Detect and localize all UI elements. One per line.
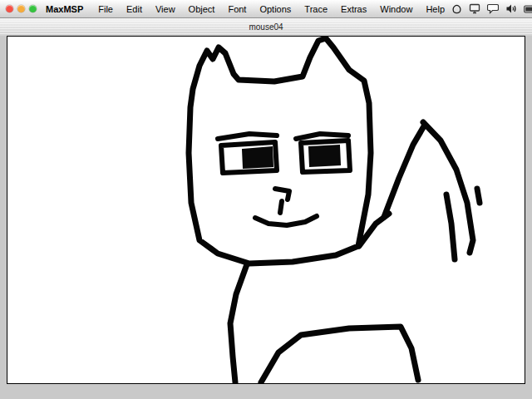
cat-left-pupil [243, 147, 273, 168]
menu-edit[interactable]: Edit [120, 4, 149, 14]
cat-mouth [255, 216, 317, 225]
battery-icon [524, 5, 532, 13]
menu-bar: MaxMSP File Edit View Object Font Option… [0, 0, 532, 18]
menu-bar-status-area: (100%) 10:53 [451, 3, 532, 14]
cat-right-eyebrow [296, 134, 348, 139]
cat-left-eyebrow [218, 134, 277, 139]
cat-nose-line [280, 201, 282, 213]
window-title-bar[interactable]: mouse04 [0, 18, 532, 36]
app-menu-maxmsp[interactable]: MaxMSP [44, 4, 91, 14]
displays-icon[interactable] [469, 3, 480, 14]
cat-nose [275, 189, 289, 200]
cat-tail-right-edge [423, 122, 473, 253]
battery-status[interactable]: (100%) [524, 4, 532, 13]
menu-trace[interactable]: Trace [298, 4, 334, 14]
menu-help[interactable]: Help [419, 4, 451, 14]
window-title: mouse04 [249, 22, 283, 32]
zoom-button[interactable] [29, 5, 37, 12]
phone-icon[interactable] [451, 3, 462, 14]
cat-tail-inner-line [446, 195, 455, 259]
close-button[interactable] [6, 5, 13, 12]
menu-window[interactable]: Window [373, 4, 419, 14]
menu-file[interactable]: File [91, 4, 120, 14]
menu-extras[interactable]: Extras [334, 4, 373, 14]
cat-head-outline [189, 38, 371, 264]
cat-drawing [7, 37, 525, 383]
patcher-canvas[interactable] [7, 36, 525, 384]
minimize-button[interactable] [17, 5, 25, 12]
cat-body-left-line [230, 264, 247, 382]
cat-tail-tip-mark [477, 189, 480, 203]
cat-body-bottom-line [261, 327, 418, 382]
menu-font[interactable]: Font [221, 4, 253, 14]
menu-options[interactable]: Options [253, 4, 298, 14]
cat-right-pupil [309, 145, 340, 166]
window-traffic-lights [0, 5, 44, 12]
volume-icon[interactable] [505, 3, 517, 14]
menu-view[interactable]: View [149, 4, 182, 14]
menu-object[interactable]: Object [182, 4, 222, 14]
cat-tail-left-edge [384, 125, 425, 217]
ichat-bubble-icon[interactable] [487, 3, 499, 14]
